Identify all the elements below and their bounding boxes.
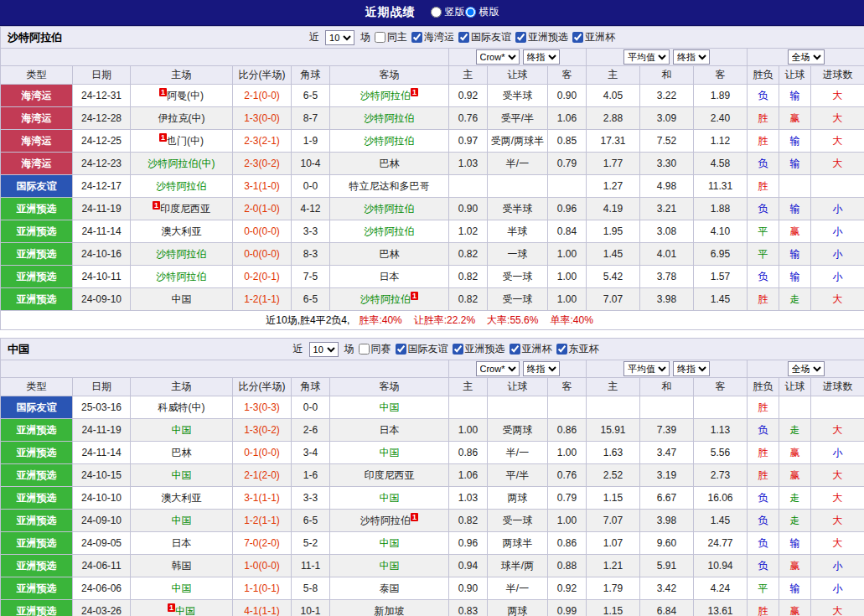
avg-odds-home: 4.05 — [587, 85, 640, 107]
away-team-name: 中国 — [380, 492, 400, 504]
match-date: 24-10-10 — [73, 487, 131, 510]
average-select[interactable]: 平均值 — [623, 49, 670, 65]
section-gap — [0, 330, 864, 338]
competition-filter-checkbox[interactable] — [510, 344, 520, 355]
corners: 2-6 — [292, 419, 330, 442]
handicap-odds-home: 0.92 — [449, 85, 488, 107]
away-team: 日本 — [330, 266, 449, 288]
closing-index-select[interactable]: 终指 — [523, 361, 560, 376]
avg-odds-home: 1.95 — [587, 220, 640, 243]
match-count-select[interactable]: 10 — [325, 30, 354, 45]
competition-filter[interactable]: 东亚杯 — [556, 342, 599, 356]
result-handicap: 输 — [779, 130, 811, 153]
home-team: 1印度尼西亚 — [131, 198, 233, 220]
result-handicap: 走 — [779, 487, 811, 510]
blank-header-cell — [1, 360, 449, 378]
competition-filter-checkbox[interactable] — [359, 344, 370, 355]
score: 2-3(0-2) — [233, 153, 292, 175]
column-header: 客 — [694, 378, 748, 396]
match-row: 国际友谊25-03-16科威特(中)1-3(0-3)0-0中国胜 — [1, 396, 864, 419]
competition-filter[interactable]: 亚洲杯 — [510, 342, 552, 356]
competition-filter[interactable]: 亚洲预选 — [515, 30, 568, 44]
bookmaker-select[interactable]: Crow* — [476, 49, 520, 65]
avg-odds-draw: 3.98 — [640, 510, 694, 532]
competition-filter-checkbox[interactable] — [411, 32, 422, 43]
competition-filter[interactable]: 国际友谊 — [458, 30, 511, 44]
column-header: 主 — [587, 66, 640, 85]
avg-odds-away: 2.73 — [694, 464, 748, 487]
competition-filter-label: 亚洲杯 — [585, 30, 615, 44]
match-date: 24-10-16 — [73, 243, 131, 266]
column-header: 和 — [640, 378, 694, 396]
match-date: 24-06-11 — [73, 555, 131, 577]
average-select[interactable]: 平均值 — [623, 361, 670, 376]
score: 0-1(0-0) — [233, 442, 292, 464]
away-team: 沙特阿拉伯 — [330, 130, 449, 153]
handicap-odds-home: 0.94 — [449, 555, 488, 577]
avg-odds-draw: 3.09 — [640, 107, 694, 130]
home-team-name: 也门(中) — [167, 135, 204, 147]
result-handicap: 输 — [779, 85, 811, 107]
home-team: 巴林 — [131, 442, 233, 464]
competition-filter-checkbox[interactable] — [458, 32, 469, 43]
competition-filter-checkbox[interactable] — [396, 344, 406, 355]
handicap-odds-away: 0.79 — [548, 487, 587, 510]
handicap-odds-away: 1.00 — [548, 266, 587, 288]
closing-index-select[interactable]: 终指 — [673, 49, 710, 65]
away-team-name: 泰国 — [380, 582, 400, 594]
result-outcome: 负 — [748, 510, 779, 532]
competition-type-badge: 海湾运 — [1, 85, 73, 107]
competition-filter[interactable]: 同赛 — [359, 342, 391, 356]
competition-filter-checkbox[interactable] — [556, 344, 567, 355]
handicap-line — [488, 396, 548, 419]
filter-controls: 近10场同赛国际友谊亚洲预选亚洲杯东亚杯 — [29, 342, 862, 357]
home-team-name: 印度尼西亚 — [160, 203, 210, 215]
scope-select[interactable]: 全场 — [788, 49, 825, 65]
layout-option-horizontal[interactable]: 横版 — [465, 5, 499, 19]
closing-index-select[interactable]: 终指 — [523, 49, 560, 65]
competition-filter-checkbox[interactable] — [375, 32, 385, 43]
competition-filter[interactable]: 同主 — [375, 30, 407, 44]
avg-odds-home: 1.07 — [587, 532, 640, 555]
average-odds-header: 平均值终指 — [587, 49, 748, 66]
home-team-name: 中国 — [172, 515, 192, 526]
away-team: 沙特阿拉伯1 — [330, 510, 449, 532]
competition-filter[interactable]: 国际友谊 — [396, 342, 448, 356]
result-handicap: 赢 — [779, 555, 811, 577]
avg-odds-draw: 4.98 — [640, 175, 694, 198]
home-team-name: 伊拉克(中) — [158, 112, 205, 124]
competition-filter[interactable]: 亚洲预选 — [453, 342, 505, 356]
corners: 0-0 — [292, 396, 330, 419]
corners: 0-0 — [292, 175, 330, 198]
home-team-name: 日本 — [172, 537, 192, 549]
competition-type-badge: 亚洲预选 — [1, 600, 73, 616]
closing-index-select[interactable]: 终指 — [673, 361, 710, 376]
competition-filter-checkbox[interactable] — [515, 32, 526, 43]
score: 2-1(2-0) — [233, 464, 292, 487]
corners: 5-2 — [292, 532, 330, 555]
avg-odds-home: 1.63 — [587, 442, 640, 464]
column-header: 主场 — [131, 66, 233, 85]
match-count-select[interactable]: 10 — [309, 342, 339, 357]
layout-radio-horizontal[interactable] — [465, 7, 476, 18]
competition-filter[interactable]: 亚洲杯 — [572, 30, 615, 44]
handicap-odds-away: 0.88 — [548, 555, 587, 577]
scope-select[interactable]: 全场 — [788, 361, 825, 376]
handicap-line: 一球 — [488, 243, 548, 266]
home-team: 伊拉克(中) — [131, 107, 233, 130]
layout-radio-vertical[interactable] — [431, 7, 442, 18]
away-team: 中国 — [330, 555, 449, 577]
competition-filter[interactable]: 海湾运 — [411, 30, 454, 44]
handicap-odds-away: 1.00 — [548, 243, 587, 266]
competition-filter-label: 同赛 — [371, 342, 391, 356]
competition-filter-checkbox[interactable] — [453, 344, 463, 355]
home-team: 沙特阿拉伯(中) — [131, 153, 233, 175]
score: 4-1(1-1) — [233, 600, 292, 616]
layout-option-vertical[interactable]: 竖版 — [431, 5, 465, 19]
competition-filter-checkbox[interactable] — [572, 32, 583, 43]
bookmaker-select[interactable]: Crow* — [476, 361, 520, 376]
match-row: 亚洲预选24-10-16沙特阿拉伯0-0(0-0)8-3巴林0.82一球1.00… — [1, 243, 864, 266]
handicap-odds-home: 0.82 — [449, 510, 488, 532]
home-team: 1也门(中) — [131, 130, 233, 153]
home-team-name: 沙特阿拉伯 — [157, 248, 207, 260]
